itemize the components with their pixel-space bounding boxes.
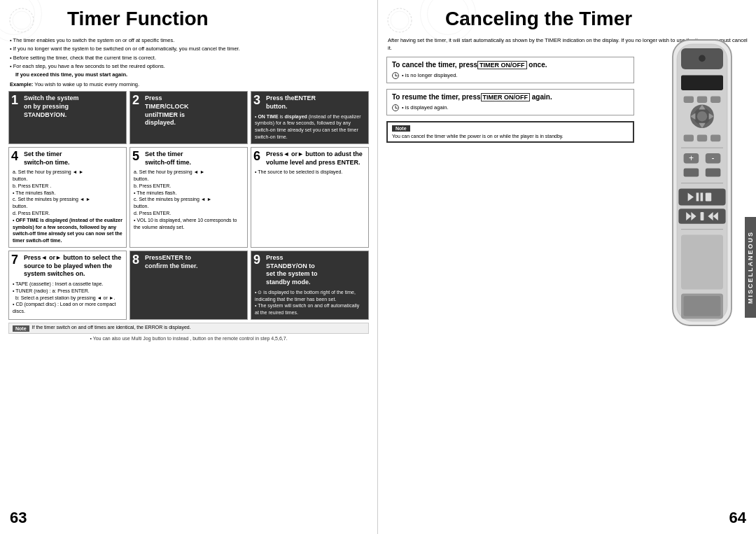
bullet-3: • Before setting the timer, check that t…: [10, 54, 369, 62]
svg-rect-21: [710, 134, 720, 141]
step-7-body: • TAPE (cassette) : Insert a cassette ta…: [13, 281, 122, 315]
step-3-number: 3: [253, 93, 260, 108]
svg-rect-9: [684, 96, 694, 103]
step-9-title: PressSTANDBY/ON toset the system tostand…: [266, 254, 365, 287]
step-6-number: 6: [253, 149, 260, 164]
timer-icon-right: [386, 7, 413, 34]
svg-point-18: [697, 111, 707, 121]
svg-rect-28: [706, 168, 721, 176]
step-7-box: 7 Press◄ or► button to select the source…: [8, 251, 127, 320]
svg-rect-32: [696, 192, 699, 201]
step-2-title: PressTIMER/CLOCKuntilTIMER isdisplayed.: [145, 94, 244, 127]
step-4-box: 4 Set the timerswitch-on time. a. Set th…: [8, 147, 127, 248]
bullet-4: • For each step, you have a few seconds …: [10, 62, 369, 70]
right-content-area: To cancel the timer, pressTIMER ON/OFF o…: [386, 57, 748, 330]
svg-rect-29: [681, 183, 723, 183]
cancel-box: To cancel the timer, pressTIMER ON/OFF o…: [386, 57, 634, 83]
step-6-box: 6 Press◄ or► button to adust the volume …: [251, 147, 369, 248]
bullet-2: • If you no longer want the system to be…: [10, 45, 369, 52]
right-text-col: To cancel the timer, pressTIMER ON/OFF o…: [386, 57, 651, 330]
left-title-area: Timer Function: [8, 7, 369, 34]
step-2-number: 2: [132, 93, 139, 108]
resume-box-body: • is displayed again.: [392, 104, 629, 111]
svg-rect-40: [701, 212, 704, 220]
step-3-box: 3 Press theENTERbutton. • ON TIME is dis…: [251, 91, 369, 144]
svg-rect-42: [681, 234, 723, 289]
cancel-box-body: • is no longer displayed.: [392, 71, 629, 79]
step-9-number: 9: [253, 253, 260, 267]
step-7-number: 7: [11, 253, 18, 267]
step-3-body: • ON TIME is displayed (instead of the e…: [255, 113, 365, 141]
svg-rect-22: [681, 147, 723, 148]
svg-rect-41: [681, 229, 723, 230]
step-6-title: Press◄ or► button to adust the volume le…: [266, 150, 365, 167]
right-note-text: You can cancel the timer while the power…: [392, 134, 629, 139]
svg-rect-11: [710, 96, 720, 103]
steps-top-grid: 1 Switch the systemon by pressingSTANDBY…: [8, 91, 369, 144]
bottom-note: • You can also use Multi Jog button to i…: [8, 336, 369, 341]
step-3-title: Press theENTERbutton.: [266, 94, 365, 111]
right-note-box: Note You can cancel the timer while the …: [386, 121, 634, 143]
step-5-body: a. Set the hour by pressing ◄ ►button.b.…: [134, 169, 244, 230]
page-number-right: 64: [729, 509, 746, 527]
step-4-number: 4: [11, 149, 18, 164]
step-5-title: Set the timerswitch-off time.: [145, 150, 244, 167]
step-1-number: 1: [11, 93, 18, 108]
step-1-box: 1 Switch the systemon by pressingSTANDBY…: [8, 91, 127, 144]
svg-rect-34: [706, 192, 711, 201]
left-page-title: Timer Function: [67, 8, 209, 30]
left-page: Timer Function • The timer enables you t…: [0, 0, 378, 534]
svg-rect-44: [684, 296, 721, 316]
step-9-body: • ⊙ is displayed to the bottom right of …: [255, 289, 365, 316]
resume-box-title: To resume the timer, pressTIMER ON/OFF a…: [392, 93, 629, 101]
steps-bottom-grid: 7 Press◄ or► button to select the source…: [8, 251, 369, 320]
cancel-box-title: To cancel the timer, pressTIMER ON/OFF o…: [392, 61, 629, 69]
svg-rect-27: [684, 168, 699, 176]
steps-mid-grid: 4 Set the timerswitch-on time. a. Set th…: [8, 147, 369, 248]
svg-point-7: [699, 55, 706, 62]
step-8-number: 8: [132, 253, 139, 267]
step-2-box: 2 PressTIMER/CLOCKuntilTIMER isdisplayed…: [130, 91, 248, 144]
svg-point-3: [391, 11, 409, 29]
note-bar: Note If the timer switch on and off time…: [8, 323, 369, 334]
intro-bullets: • The timer enables you to switch the sy…: [10, 36, 369, 78]
clock-icon-2: [392, 104, 399, 111]
note-text: If the timer switch on and off times are…: [32, 325, 191, 330]
svg-rect-33: [701, 192, 704, 201]
clock-icon-1: [392, 72, 399, 79]
step-6-body: • The source to be selected is displayed…: [255, 169, 365, 176]
bullet-5: If you exceed this time, you must start …: [15, 71, 369, 78]
step-7-title: Press◄ or► button to select the source t…: [24, 254, 122, 279]
svg-rect-10: [697, 96, 707, 103]
svg-point-2: [388, 8, 412, 32]
page-number-left: 63: [10, 509, 27, 527]
step-5-number: 5: [132, 149, 139, 164]
resume-box: To resume the timer, pressTIMER ON/OFF a…: [386, 89, 634, 115]
step-9-box: 9 PressSTANDBY/ON toset the system tosta…: [251, 251, 369, 320]
bullet-1: • The timer enables you to switch the sy…: [10, 36, 369, 44]
step-4-body: a. Set the hour by pressing ◄ ►button.b.…: [13, 169, 122, 244]
step-5-box: 5 Set the timerswitch-off time. a. Set t…: [130, 147, 248, 248]
step-8-title: PressENTER toconfirm the timer.: [145, 254, 244, 270]
miscellaneous-tab: MISCELLANEOUS: [745, 216, 756, 317]
svg-rect-20: [697, 134, 707, 141]
svg-rect-19: [684, 134, 694, 141]
right-note-label: Note: [392, 125, 410, 132]
remote-col: + -: [657, 57, 748, 330]
step-4-title: Set the timerswitch-on time.: [24, 150, 122, 167]
remote-control-svg: + -: [660, 36, 744, 330]
example-text: Example: You wish to wake up to music ev…: [10, 81, 369, 87]
step-8-box: 8 PressENTER toconfirm the timer.: [130, 251, 248, 320]
svg-text:-: -: [712, 153, 715, 162]
right-page: Canceling the Timer After having set the…: [378, 0, 756, 534]
note-label: Note: [13, 325, 29, 332]
step-1-title: Switch the systemon by pressingSTANDBY/O…: [24, 94, 122, 119]
svg-text:+: +: [689, 153, 694, 162]
svg-rect-8: [681, 75, 723, 90]
